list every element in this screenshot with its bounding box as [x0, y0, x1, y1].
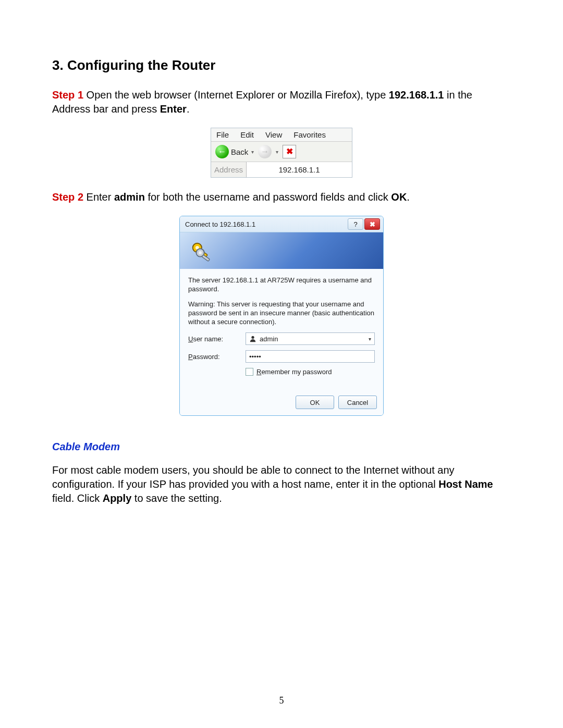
forward-button[interactable]: →	[258, 145, 272, 158]
user-icon	[249, 335, 256, 342]
password-value: •••••	[249, 353, 261, 361]
step1-text-c: .	[187, 103, 190, 115]
step2-text-c: .	[407, 191, 410, 203]
stop-button[interactable]: ✖	[283, 145, 296, 158]
cable-modem-heading: Cable Modem	[52, 441, 511, 453]
svg-point-4	[199, 251, 202, 254]
address-input[interactable]: 192.168.1.1	[247, 162, 352, 177]
step1-text-a: Open the web browser (Internet Explorer …	[83, 89, 389, 101]
menu-file[interactable]: File	[216, 130, 229, 139]
svg-point-6	[251, 336, 254, 339]
dialog-message-2: Warning: This server is requesting that …	[188, 300, 375, 327]
cancel-button[interactable]: Cancel	[338, 396, 377, 409]
hostname-bold: Host Name	[438, 478, 493, 490]
step2-text-b: for both the username and password field…	[145, 191, 391, 203]
password-row: Password: •••••	[188, 350, 375, 363]
back-icon: ←	[215, 145, 229, 158]
dialog-message-1: The server 192.168.1.1 at AR725W require…	[188, 276, 375, 294]
forward-dropdown-icon[interactable]: ▾	[276, 149, 278, 155]
password-label: Password:	[188, 353, 246, 361]
help-button[interactable]: ?	[348, 218, 363, 230]
remember-checkbox[interactable]	[246, 368, 253, 376]
step2-paragraph: Step 2 Enter admin for both the username…	[52, 190, 511, 204]
close-icon: ✖	[370, 220, 375, 228]
menu-edit[interactable]: Edit	[240, 130, 254, 139]
auth-dialog: Connect to 192.168.1.1 ? ✖ The server 19…	[179, 216, 384, 416]
browser-menu-bar: File Edit View Favorites	[211, 128, 352, 142]
menu-favorites[interactable]: Favorites	[293, 130, 326, 139]
step1-ip: 192.168.1.1	[389, 89, 444, 101]
cable-text-b: field. Click	[52, 492, 103, 504]
step1-enter: Enter	[160, 103, 187, 115]
stop-icon: ✖	[286, 147, 293, 156]
apply-bold: Apply	[103, 492, 132, 504]
combo-arrow-icon[interactable]: ▾	[369, 336, 371, 342]
remember-row[interactable]: Remember my password	[246, 368, 375, 376]
keys-icon	[189, 240, 213, 264]
step2-text-a: Enter	[83, 191, 114, 203]
username-input[interactable]: admin ▾	[246, 332, 375, 345]
cable-modem-paragraph: For most cable modem users, you should b…	[52, 463, 511, 505]
back-dropdown-icon[interactable]: ▾	[251, 149, 254, 155]
browser-toolbar: ← Back ▾ → ▾ ✖	[211, 142, 352, 162]
step1-label: Step 1	[52, 89, 83, 101]
browser-figure: File Edit View Favorites ← Back ▾ → ▾ ✖ …	[211, 128, 352, 178]
back-button[interactable]: ← Back ▾	[215, 145, 255, 158]
page-number: 5	[0, 695, 563, 706]
remember-label: Remember my password	[256, 368, 332, 376]
dialog-body: The server 192.168.1.1 at AR725W require…	[180, 269, 383, 396]
username-label: User name:	[188, 335, 246, 343]
step2-label: Step 2	[52, 191, 83, 203]
section-heading: 3. Configuring the Router	[52, 57, 511, 73]
dialog-title-text: Connect to 192.168.1.1	[185, 220, 255, 228]
username-value: admin	[260, 335, 278, 343]
close-button[interactable]: ✖	[364, 218, 380, 230]
ok-button[interactable]: OK	[296, 396, 334, 409]
dialog-title-bar: Connect to 192.168.1.1 ? ✖	[180, 216, 383, 232]
step2-ok: OK	[391, 191, 407, 203]
dialog-banner	[180, 232, 383, 269]
username-row: User name: admin ▾	[188, 332, 375, 345]
step1-paragraph: Step 1 Open the web browser (Internet Ex…	[52, 88, 511, 116]
dialog-button-row: OK Cancel	[180, 396, 383, 415]
cable-text-a: For most cable modem users, you should b…	[52, 464, 455, 490]
step2-admin: admin	[114, 191, 145, 203]
menu-view[interactable]: View	[265, 130, 282, 139]
back-label: Back	[231, 147, 248, 156]
address-bar: Address 192.168.1.1	[211, 162, 352, 177]
help-icon: ?	[353, 220, 357, 228]
address-label: Address	[211, 162, 247, 177]
cable-text-c: to save the setting.	[131, 492, 222, 504]
password-input[interactable]: •••••	[246, 350, 375, 363]
